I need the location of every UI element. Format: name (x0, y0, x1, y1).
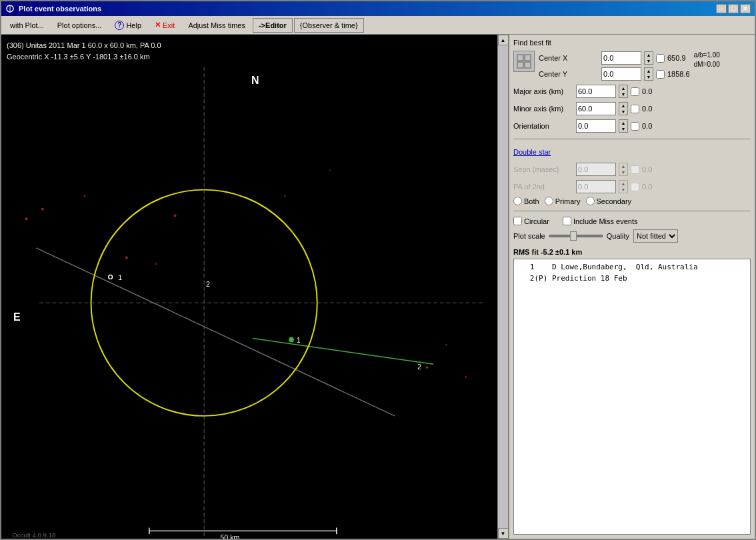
circular-text: Circular (524, 217, 549, 225)
scroll-up-button[interactable]: ▲ (498, 35, 509, 45)
menu-bar: with Plot... Plot options... ? Help ✕ Ex… (1, 16, 755, 35)
circular-checkbox[interactable] (513, 217, 522, 225)
center-y-spin-down[interactable]: ▼ (645, 74, 653, 80)
sepn-spin: ▲ ▼ (619, 163, 628, 176)
options-row: Circular Include Miss events (513, 217, 751, 225)
vertical-scrollbar[interactable]: ▲ ▼ (497, 35, 508, 539)
radio-secondary-text: Secondary (597, 197, 632, 205)
scroll-down-button[interactable]: ▼ (498, 528, 509, 539)
pa-spin-down: ▼ (619, 187, 627, 193)
radio-primary-label[interactable]: Primary (545, 197, 581, 205)
sepn-input[interactable] (576, 163, 616, 176)
center-y-input[interactable] (601, 67, 641, 81)
radio-both[interactable] (513, 197, 522, 205)
center-x-spin-up[interactable]: ▲ (645, 52, 653, 58)
plot-scale-row: Plot scale Quality Not fitted Poor Fair … (513, 229, 751, 243)
center-x-input[interactable] (601, 51, 641, 65)
svg-point-10 (465, 376, 467, 378)
pa-input[interactable] (576, 180, 616, 193)
minor-axis-input[interactable] (576, 102, 616, 115)
center-y-spin-up[interactable]: ▲ (645, 68, 653, 74)
major-axis-spin-down[interactable]: ▼ (619, 91, 627, 97)
plot-scale-slider[interactable] (549, 235, 603, 237)
close-button[interactable]: ✕ (740, 4, 751, 13)
major-axis-checkbox[interactable] (631, 87, 639, 96)
minor-axis-row: Minor axis (km) ▲ ▼ 0.0 (513, 101, 751, 116)
maximize-button[interactable]: □ (728, 4, 739, 13)
with-plot-button[interactable]: with Plot... (4, 18, 50, 33)
include-miss-text: Include Miss events (573, 217, 638, 225)
pa-value2: 0.0 (642, 183, 652, 191)
center-x-checkbox[interactable] (656, 54, 665, 63)
orientation-spin[interactable]: ▲ ▼ (619, 119, 628, 133)
north-label: N (251, 75, 259, 87)
svg-point-11 (445, 344, 447, 346)
sepn-checkbox[interactable] (631, 165, 639, 174)
orientation-spin-down[interactable]: ▼ (619, 126, 627, 132)
center-x-label: Center X (539, 54, 599, 62)
center-y-spin[interactable]: ▲ ▼ (644, 67, 653, 81)
window-icon (5, 4, 15, 13)
radio-group: Both Primary Secondary (513, 197, 751, 205)
adjust-miss-button[interactable]: Adjust Miss times (182, 18, 251, 33)
editor-button[interactable]: ->Editor (253, 18, 293, 33)
orientation-spin-up[interactable]: ▲ (619, 120, 627, 126)
svg-point-4 (41, 208, 44, 211)
minor-axis-spin-down[interactable]: ▼ (619, 109, 627, 115)
orientation-checkbox[interactable] (631, 122, 639, 131)
fit-icon-button[interactable] (513, 51, 535, 72)
quality-select[interactable]: Not fitted Poor Fair Good Excellent (633, 229, 678, 243)
quality-label: Quality (607, 232, 629, 240)
svg-rect-33 (525, 62, 531, 68)
scroll-track[interactable] (498, 45, 509, 528)
include-miss-label[interactable]: Include Miss events (563, 217, 638, 225)
minor-axis-checkbox[interactable] (631, 105, 639, 113)
pa-checkbox[interactable] (631, 183, 639, 191)
circular-label[interactable]: Circular (513, 217, 549, 225)
minor-axis-value2: 0.0 (642, 105, 652, 113)
obs-line-1: 1 D Lowe,Bundaberg, Qld, Australia (517, 262, 747, 273)
major-axis-input[interactable] (576, 85, 616, 98)
svg-rect-32 (517, 62, 523, 68)
svg-point-5 (125, 256, 128, 259)
svg-rect-2 (7, 35, 492, 539)
minor-axis-spin-up[interactable]: ▲ (619, 103, 627, 109)
minimize-button[interactable]: ─ (716, 4, 727, 13)
center-y-checkbox[interactable] (656, 70, 665, 79)
include-miss-checkbox[interactable] (563, 217, 571, 225)
help-button[interactable]: ? Help (109, 18, 147, 33)
title-bar-left: Plot event observations (5, 4, 101, 13)
svg-point-7 (174, 214, 177, 217)
center-y-label: Center Y (539, 70, 599, 78)
radio-secondary-label[interactable]: Secondary (586, 197, 632, 205)
major-axis-spin-up[interactable]: ▲ (619, 85, 627, 91)
center-x-spin[interactable]: ▲ ▼ (644, 51, 653, 65)
plot-info-line2: Geocentric X -11.3 ±5.6 Y -1801.3 ±16.0 … (7, 51, 161, 63)
rms-text: RMS fit -5.2 ±0.1 km (513, 248, 751, 256)
window-title: Plot event observations (19, 5, 101, 13)
major-axis-spin[interactable]: ▲ ▼ (619, 85, 628, 98)
double-star-link[interactable]: Double star (513, 148, 551, 156)
svg-text:2: 2 (417, 363, 421, 371)
exit-button[interactable]: ✕ Exit (149, 18, 181, 33)
orientation-input[interactable] (576, 119, 616, 133)
observer-button[interactable]: {Observer & time} (294, 18, 364, 33)
slider-thumb[interactable] (570, 231, 577, 241)
plot-options-button[interactable]: Plot options... (51, 18, 108, 33)
radio-secondary[interactable] (586, 197, 595, 205)
pa-label: PA of 2nd (513, 183, 573, 191)
plot-canvas: 1 2 1 2 50 km Occult 4.0.9.18 (1, 35, 497, 539)
svg-rect-30 (517, 55, 523, 61)
center-x-spin-down[interactable]: ▼ (645, 58, 653, 64)
sepn-row: Sepn (masec) ▲ ▼ 0.0 (513, 162, 751, 177)
svg-point-12 (284, 195, 286, 197)
minor-axis-spin[interactable]: ▲ ▼ (619, 102, 628, 115)
double-star-row: Double star (513, 145, 751, 159)
radio-primary[interactable] (545, 197, 553, 205)
sepn-value2: 0.0 (642, 165, 652, 173)
exit-label: Exit (163, 21, 175, 29)
center-x-row: Center X ▲ ▼ 650.9 (539, 51, 690, 65)
svg-point-22 (289, 337, 294, 343)
radio-both-label[interactable]: Both (513, 197, 539, 205)
orientation-label: Orientation (513, 122, 573, 130)
